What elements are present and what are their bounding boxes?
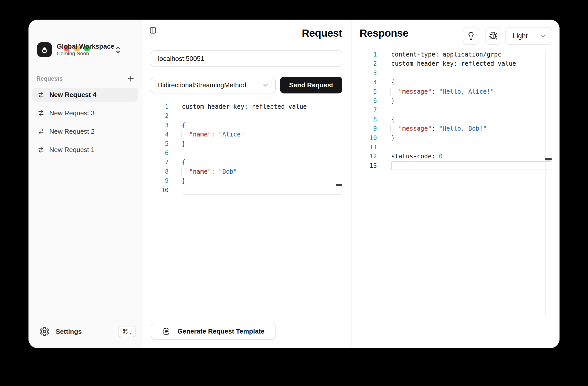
generate-template-label: Generate Request Template xyxy=(178,327,264,335)
response-editor[interactable]: 1content-type: application/grpc2custom-h… xyxy=(359,50,551,170)
code-line-content: { xyxy=(182,121,342,130)
code-line-content xyxy=(391,105,551,115)
swap-arrows-icon xyxy=(37,109,45,117)
chevron-down-icon xyxy=(262,81,269,89)
code-line-content xyxy=(391,143,551,152)
code-line-content: status-code: 0 xyxy=(391,152,551,161)
editor-line: 8 "name": "Bob" xyxy=(151,167,342,176)
sidebar-item-request[interactable]: New Request 4 xyxy=(32,88,138,102)
line-number: 3 xyxy=(359,68,377,78)
code-line-content: "name": "Bob" xyxy=(182,167,342,176)
panel-left-icon xyxy=(149,27,157,34)
editor-line: 12status-code: 0 xyxy=(359,152,551,161)
workspace-selector[interactable]: Global Workspace Coming Soon xyxy=(32,40,138,59)
line-number: 7 xyxy=(359,105,377,115)
line-number: 11 xyxy=(359,143,377,152)
code-line-content xyxy=(391,161,551,170)
editor-line: 9} xyxy=(151,176,342,185)
code-line-content: } xyxy=(391,96,551,105)
line-number: 6 xyxy=(151,148,169,158)
editor-line: 3{ xyxy=(151,121,342,130)
chevron-down-icon xyxy=(539,33,546,39)
editor-line: 6} xyxy=(359,96,551,105)
request-item-label: New Request 2 xyxy=(49,128,95,135)
code-line-content: "message": "Hello, Alice!" xyxy=(391,87,551,96)
editor-line: 6 xyxy=(151,148,342,158)
line-number: 12 xyxy=(359,152,377,161)
line-number: 6 xyxy=(359,96,377,105)
editor-line: 1custom-header-key: reflected-value xyxy=(151,102,342,111)
app-window: Global Workspace Coming Soon Requests Ne… xyxy=(28,20,560,348)
editor-active-line: 13 xyxy=(359,161,551,170)
line-number: 4 xyxy=(359,78,377,87)
editor-line: 7 xyxy=(359,105,551,115)
workspace-icon xyxy=(37,42,52,57)
generate-template-button[interactable]: Generate Request Template xyxy=(151,323,276,340)
swap-arrows-icon xyxy=(37,146,45,153)
sidebar-item-request[interactable]: New Request 2 xyxy=(32,125,138,138)
request-editor[interactable]: 1custom-header-key: reflected-value23{4 … xyxy=(151,102,342,195)
indent-guide xyxy=(181,168,182,175)
gear-icon xyxy=(39,326,50,337)
workspace-name: Global Workspace xyxy=(57,43,114,50)
line-number: 4 xyxy=(151,130,169,139)
indent-guide xyxy=(390,125,391,132)
code-line-content xyxy=(182,148,342,158)
template-icon xyxy=(162,327,170,335)
request-item-label: New Request 3 xyxy=(49,109,95,117)
requests-section-header: Requests xyxy=(36,74,135,84)
method-dropdown-value: BidirectionalStreamingMethod xyxy=(158,81,246,89)
send-request-button[interactable]: Send Request xyxy=(280,77,342,93)
server-url-input[interactable] xyxy=(151,50,342,67)
editor-line: 4 "name": "Alice" xyxy=(151,130,342,139)
editor-active-line: 10 xyxy=(151,186,342,195)
code-line-content: "message": "Hello, Bob!" xyxy=(391,124,551,133)
sidebar-toggle-button[interactable] xyxy=(149,26,158,35)
code-line-content: } xyxy=(182,176,342,185)
debug-button[interactable] xyxy=(485,27,501,45)
response-editor-scrollbar-thumb[interactable] xyxy=(545,158,552,160)
theme-dropdown-value: Light xyxy=(513,32,528,40)
editor-line: 2 xyxy=(151,111,342,120)
line-number: 9 xyxy=(359,124,377,133)
add-request-button[interactable] xyxy=(126,74,135,83)
editor-line: 1content-type: application/grpc xyxy=(359,50,551,59)
line-number: 10 xyxy=(151,186,169,195)
theme-dropdown[interactable]: Light xyxy=(505,27,552,45)
code-line-content: custom-header-key: reflected-value xyxy=(391,59,551,68)
requests-section-label: Requests xyxy=(36,75,63,82)
request-editor-scrollbar-track xyxy=(336,101,336,314)
response-panel: Response Light 1content-ty xyxy=(352,20,560,348)
line-number: 5 xyxy=(359,87,377,96)
swap-arrows-icon xyxy=(37,128,45,135)
plus-icon xyxy=(127,75,135,82)
code-line-content: { xyxy=(391,115,551,124)
settings-button[interactable]: Settings ⌘ , xyxy=(32,324,138,339)
editor-line: 5 "message": "Hello, Alice!" xyxy=(359,87,551,96)
request-list: New Request 4New Request 3New Request 2N… xyxy=(32,88,138,161)
editor-line: 11 xyxy=(359,143,551,152)
code-line-content: } xyxy=(182,139,342,148)
editor-line: 2custom-header-key: reflected-value xyxy=(359,59,551,68)
request-panel-title: Request xyxy=(302,27,342,39)
editor-line: 5} xyxy=(151,139,342,148)
code-line-content: custom-header-key: reflected-value xyxy=(182,102,342,111)
chevron-up-down-icon xyxy=(113,45,123,55)
line-number: 10 xyxy=(359,133,377,143)
code-line-content xyxy=(391,68,551,78)
method-dropdown[interactable]: BidirectionalStreamingMethod xyxy=(151,77,276,93)
code-line-content xyxy=(182,186,342,195)
request-editor-scrollbar-thumb[interactable] xyxy=(336,184,342,186)
indent-guide xyxy=(181,130,182,138)
editor-line: 8{ xyxy=(359,115,551,124)
editor-line: 4{ xyxy=(359,78,551,87)
sidebar-item-request[interactable]: New Request 1 xyxy=(32,143,138,157)
hint-button[interactable] xyxy=(463,27,479,45)
code-line-content: content-type: application/grpc xyxy=(391,50,551,59)
sidebar-item-request[interactable]: New Request 3 xyxy=(32,106,138,120)
line-number: 1 xyxy=(359,50,377,59)
lightbulb-icon xyxy=(467,32,475,40)
sidebar: Global Workspace Coming Soon Requests Ne… xyxy=(28,20,142,348)
line-number: 8 xyxy=(151,167,169,176)
indent-guide xyxy=(390,88,391,95)
